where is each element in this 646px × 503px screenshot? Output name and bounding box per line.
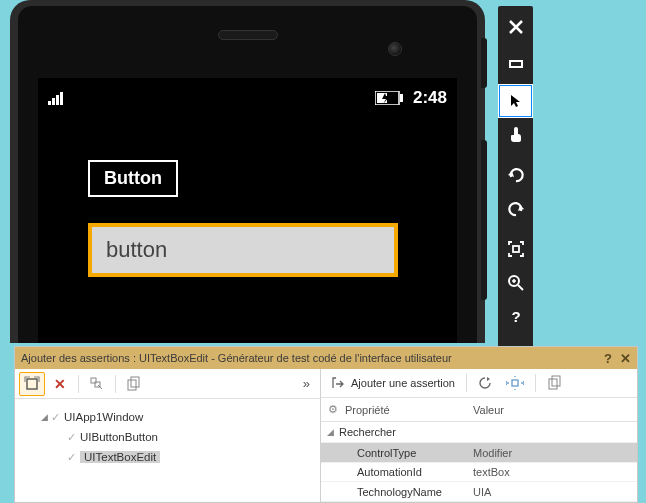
panel-close-icon[interactable]: ✕: [620, 351, 631, 366]
rotate-left-icon[interactable]: [498, 158, 533, 192]
status-bar: 2:48: [48, 86, 447, 110]
minimize-icon[interactable]: [498, 44, 533, 78]
panel-titlebar: Ajouter des assertions : UITextBoxEdit -…: [15, 347, 637, 369]
emulator-toolstrip: ?: [498, 6, 533, 372]
tree-overflow-icon[interactable]: »: [303, 376, 316, 391]
copy-icon[interactable]: [121, 372, 147, 396]
svg-rect-8: [513, 246, 519, 252]
prop-row-controltype[interactable]: ControlTypeModifier: [321, 443, 637, 463]
panel-help-icon[interactable]: ?: [604, 351, 612, 366]
phone-bezel: 2:48 Button button: [18, 6, 477, 343]
zoom-icon[interactable]: [498, 266, 533, 300]
signal-icon: [48, 91, 68, 105]
add-assertion-button[interactable]: Ajouter une assertion: [325, 371, 461, 395]
phone-device-frame: 2:48 Button button: [10, 0, 485, 343]
app-textbox[interactable]: button: [88, 223, 398, 277]
tree-row-button[interactable]: ✓UIButtonButton: [19, 427, 316, 447]
phone-camera: [388, 42, 402, 56]
props-header: ⚙ Propriété Valeur: [321, 398, 637, 421]
svg-rect-16: [512, 380, 518, 386]
svg-rect-7: [510, 61, 522, 67]
prop-row-technologyname[interactable]: TechnologyNameUIA: [321, 482, 637, 502]
delete-icon[interactable]: ✕: [47, 372, 73, 396]
props-toolbar: Ajouter une assertion: [321, 369, 637, 398]
phone-side-button-top: [481, 38, 487, 88]
copy-props-icon[interactable]: [541, 371, 569, 395]
cursor-icon[interactable]: [498, 84, 533, 118]
prop-row-automationid[interactable]: AutomationIdtextBox: [321, 463, 637, 483]
svg-rect-17: [549, 379, 557, 389]
svg-rect-6: [400, 94, 403, 102]
tree-row-root[interactable]: ◢✓UIApp1Window: [19, 407, 316, 427]
svg-rect-1: [52, 98, 55, 105]
panel-left-tree: ✕ » ◢✓UIApp1Window ✓UIButtonButton ✓UITe…: [15, 369, 321, 502]
help-icon[interactable]: ?: [498, 300, 533, 334]
svg-rect-15: [131, 377, 139, 387]
select-up-icon[interactable]: [84, 372, 110, 396]
svg-rect-3: [60, 92, 63, 105]
rotate-right-icon[interactable]: [498, 192, 533, 226]
phone-side-button: [481, 140, 487, 300]
panel-right-props: Ajouter une assertion ⚙ Propriété Valeur…: [321, 369, 637, 502]
status-clock: 2:48: [413, 88, 447, 108]
tree-toolbar: ✕ »: [15, 369, 320, 399]
navigate-icon[interactable]: [500, 371, 530, 395]
panel-title-text: Ajouter des assertions : UITextBoxEdit -…: [21, 352, 452, 364]
app-button[interactable]: Button: [88, 160, 178, 197]
prop-group-search[interactable]: ◢Rechercher: [321, 422, 637, 444]
close-icon[interactable]: [498, 10, 533, 44]
phone-speaker: [218, 30, 278, 40]
svg-rect-14: [128, 380, 136, 390]
svg-text:?: ?: [511, 309, 520, 325]
refresh-icon[interactable]: [472, 371, 498, 395]
phone-screen: 2:48 Button button: [38, 78, 457, 343]
gear-icon[interactable]: ⚙: [321, 403, 345, 416]
svg-rect-0: [48, 101, 51, 105]
fit-screen-icon[interactable]: [498, 232, 533, 266]
add-control-icon[interactable]: [19, 372, 45, 396]
battery-icon: [375, 91, 405, 105]
svg-rect-2: [56, 95, 59, 105]
svg-rect-18: [552, 376, 560, 386]
assertion-panel: Ajouter des assertions : UITextBoxEdit -…: [14, 346, 638, 503]
tree-row-textbox[interactable]: ✓UITextBoxEdit: [19, 447, 316, 467]
touch-icon[interactable]: [498, 118, 533, 152]
svg-rect-11: [27, 379, 37, 389]
app-content: Button button: [48, 110, 447, 327]
ui-tree: ◢✓UIApp1Window ✓UIButtonButton ✓UITextBo…: [15, 399, 320, 502]
